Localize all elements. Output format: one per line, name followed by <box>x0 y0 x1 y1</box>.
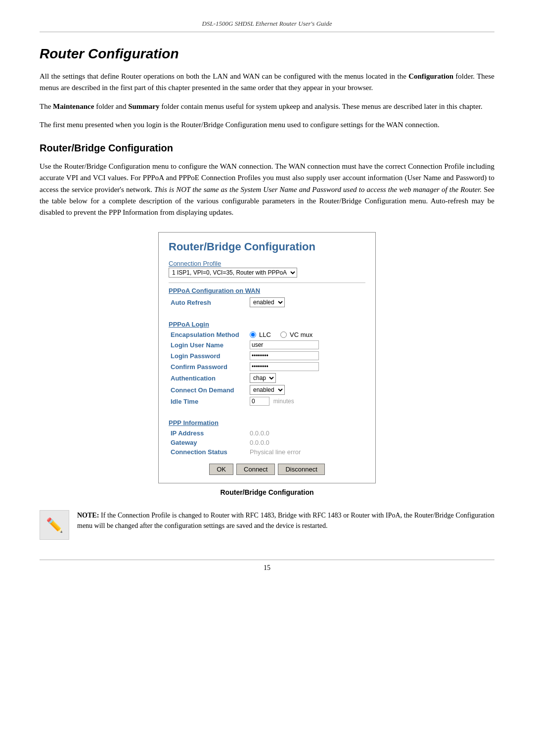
encap-llc-label: LLC <box>259 331 271 338</box>
encapsulation-options-cell: LLC VC mux <box>248 330 365 339</box>
pppoa-form-table: Encapsulation Method LLC VC mux Login Us… <box>169 330 365 407</box>
encapsulation-label: Encapsulation Method <box>169 330 248 339</box>
page-header: DSL-1500G SHDSL Ethernet Router User's G… <box>40 20 494 32</box>
ip-address-label: IP Address <box>169 428 248 438</box>
ok-button[interactable]: OK <box>209 464 233 475</box>
idle-time-input[interactable] <box>250 397 269 406</box>
connect-demand-select[interactable]: enabled disabled <box>250 385 285 395</box>
header-title: DSL-1500G SHDSL Ethernet Router User's G… <box>202 20 332 27</box>
idle-time-unit: minutes <box>273 398 294 405</box>
divider-1 <box>169 283 365 283</box>
auto-refresh-value-cell: enabled disabled <box>248 296 365 308</box>
page-title: Router Configuration <box>40 46 494 62</box>
login-password-value-cell <box>248 350 365 361</box>
gateway-row: Gateway 0.0.0.0 <box>169 438 365 447</box>
encapsulation-row: Encapsulation Method LLC VC mux <box>169 330 365 339</box>
intro-para-1: All the settings that define Router oper… <box>40 71 494 94</box>
ip-address-row: IP Address 0.0.0.0 <box>169 428 365 438</box>
connect-demand-value-cell: enabled disabled <box>248 384 365 396</box>
config-box-title: Router/Bridge Configuration <box>169 240 365 253</box>
note-label: NOTE: <box>77 512 99 519</box>
figure-caption: Router/Bridge Configuration <box>221 488 314 496</box>
intro-para-3: The first menu presented when you login … <box>40 119 494 131</box>
auto-refresh-select[interactable]: enabled disabled <box>250 297 285 307</box>
connection-status-value: Physical line error <box>248 447 365 457</box>
idle-time-value-cell: minutes <box>248 396 365 407</box>
note-section: ✏️ NOTE: If the Connection Profile is ch… <box>40 510 494 540</box>
login-user-row: Login User Name <box>169 339 365 350</box>
login-password-input[interactable] <box>250 351 319 360</box>
page-footer: 15 <box>40 560 494 572</box>
auto-refresh-table: Auto Refresh enabled disabled <box>169 296 365 308</box>
connection-status-row: Connection Status Physical line error <box>169 447 365 457</box>
confirm-password-row: Confirm Password <box>169 361 365 372</box>
login-password-row: Login Password <box>169 350 365 361</box>
login-password-label: Login Password <box>169 350 248 361</box>
gateway-value: 0.0.0.0 <box>248 438 365 447</box>
encap-llc-radio[interactable] <box>250 331 256 338</box>
connection-profile-row: 1 ISP1, VPI=0, VCI=35, Router with PPPoA <box>169 268 365 278</box>
authentication-row: Authentication chap pap auto <box>169 372 365 384</box>
disconnect-button[interactable]: Disconnect <box>278 464 324 475</box>
config-box: Router/Bridge Configuration Connection P… <box>158 232 376 483</box>
section-para-1: Use the Router/Bridge Configuration menu… <box>40 161 494 218</box>
gateway-label: Gateway <box>169 438 248 447</box>
connection-profile-select[interactable]: 1 ISP1, VPI=0, VCI=35, Router with PPPoA <box>169 268 297 278</box>
button-row: OK Connect Disconnect <box>169 464 365 475</box>
login-user-input[interactable] <box>250 340 319 349</box>
encap-vc-label: VC mux <box>290 331 312 338</box>
connect-demand-label: Connect On Demand <box>169 384 248 396</box>
auto-refresh-label: Auto Refresh <box>169 296 248 308</box>
authentication-label: Authentication <box>169 372 248 384</box>
config-panel-container: Router/Bridge Configuration Connection P… <box>40 232 494 496</box>
encap-vc-radio[interactable] <box>280 331 287 338</box>
pppoa-login-header: PPPoA Login <box>169 321 365 328</box>
ppp-info-table: IP Address 0.0.0.0 Gateway 0.0.0.0 Conne… <box>169 428 365 457</box>
pppoa-config-header: PPPoA Configuration on WAN <box>169 287 365 294</box>
ip-address-value: 0.0.0.0 <box>248 428 365 438</box>
note-body: If the Connection Profile is changed to … <box>77 512 494 529</box>
page-number: 15 <box>264 564 270 571</box>
intro-para-2: The Maintenance folder and Summary folde… <box>40 101 494 112</box>
note-text: NOTE: If the Connection Profile is chang… <box>77 510 494 531</box>
note-icon: ✏️ <box>40 510 69 540</box>
login-user-value-cell <box>248 339 365 350</box>
confirm-password-label: Confirm Password <box>169 361 248 372</box>
ppp-info-header: PPP Information <box>169 419 365 426</box>
connect-button[interactable]: Connect <box>236 464 275 475</box>
authentication-select[interactable]: chap pap auto <box>250 373 276 383</box>
confirm-password-value-cell <box>248 361 365 372</box>
confirm-password-input[interactable] <box>250 362 319 371</box>
connect-demand-row: Connect On Demand enabled disabled <box>169 384 365 396</box>
connection-status-label: Connection Status <box>169 447 248 457</box>
authentication-value-cell: chap pap auto <box>248 372 365 384</box>
idle-time-row: Idle Time minutes <box>169 396 365 407</box>
connection-profile-label: Connection Profile <box>169 260 221 267</box>
connection-profile-section: Connection Profile 1 ISP1, VPI=0, VCI=35… <box>169 259 365 278</box>
section-title: Router/Bridge Configuration <box>40 142 494 154</box>
encapsulation-radio-group: LLC VC mux <box>250 331 363 338</box>
auto-refresh-row: Auto Refresh enabled disabled <box>169 296 365 308</box>
idle-time-label: Idle Time <box>169 396 248 407</box>
login-user-label: Login User Name <box>169 339 248 350</box>
